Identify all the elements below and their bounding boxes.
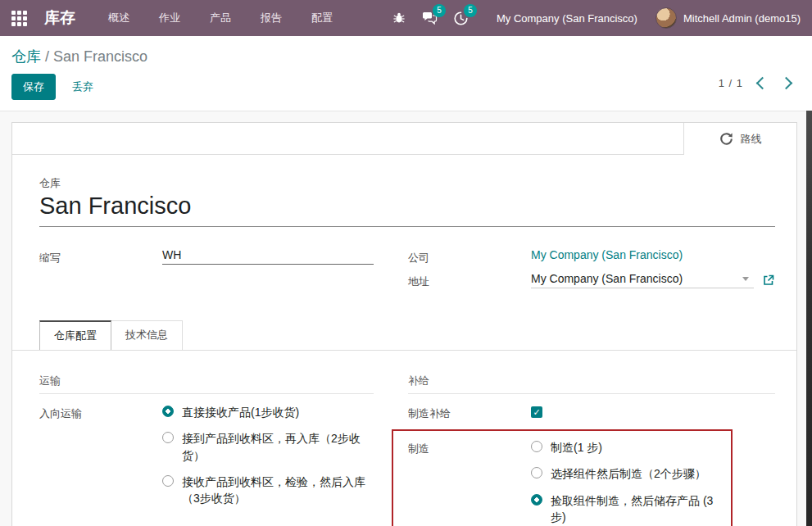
company-link[interactable]: My Company (San Francisco) [531,248,775,261]
tab-technical-information[interactable]: 技术信息 [111,320,183,350]
activities-badge: 5 [464,4,477,17]
form-buttons: 保存 丢弃 [11,74,102,100]
warehouse-name-input[interactable]: San Francisco [39,191,775,227]
manufacture-resupply-checkbox[interactable]: ✓ [531,406,542,418]
top-navbar: 库存 概述 作业 产品 报告 配置 [0,0,812,36]
manufacture-resupply-control: ✓ [531,404,775,418]
radio-icon [162,475,174,487]
pager-next-icon[interactable] [780,77,793,90]
shipments-group: 运输 入向运输 直接接收产品(1步收货) 接到产品到收料区，再入 [39,374,374,526]
discard-button[interactable]: 丢弃 [64,75,102,99]
option-label: 直接接收产品(1步收货) [182,404,299,420]
incoming-shipments-row: 入向运输 直接接收产品(1步收货) 接到产品到收料区，再入库（2步收货） [39,404,374,516]
pager: 1 / 1 [719,77,791,89]
dropdown-caret-icon[interactable] [742,277,749,281]
address-field: My Company (San Francisco) [531,272,775,288]
company-row: 公司 My Company (San Francisco) [408,248,775,265]
menu-operations[interactable]: 作业 [147,0,192,36]
address-row: 地址 My Company (San Francisco) [408,272,775,289]
menu-configuration[interactable]: 配置 [300,0,344,36]
top-fields: 缩写 WH 公司 My Company (San Francisco) 地址 [39,248,773,296]
company-label: 公司 [408,248,531,265]
manufacture-option-1[interactable]: 制造(1 步) [531,439,731,456]
radio-icon [531,494,542,506]
user-menu[interactable]: Mitchell Admin (demo15) [655,7,801,29]
pager-count: 1 / 1 [719,77,743,89]
warehouse-field-label: 仓库 [39,176,773,191]
breadcrumb-current: San Francisco [53,48,147,65]
option-label: 接到产品到收料区，再入库（2步收货） [182,430,374,464]
manufacture-option-2[interactable]: 选择组件然后制造（2个步骤） [531,465,731,482]
tab-warehouse-configuration[interactable]: 仓库配置 [39,320,111,350]
incoming-options: 直接接收产品(1步收货) 接到产品到收料区，再入库（2步收货） 接收产品到收料区… [162,404,374,516]
manufacture-option-3[interactable]: 捡取组件制造，然后储存产品 (3 步) [531,492,731,526]
control-panel: 仓库 / San Francisco 保存 丢弃 1 / 1 [0,36,812,111]
option-label: 接收产品到收料区，检验，然后入库（3步收货） [182,474,374,507]
manufacture-highlight-box: 制造 制造(1 步) 选择组件然后制造（2个步骤） [392,429,733,526]
save-button[interactable]: 保存 [11,74,56,100]
systray: 5 5 My Company (San Francisco) Mitchell … [385,0,812,36]
radio-icon [531,441,542,452]
short-name-input[interactable]: WH [162,248,374,265]
breadcrumb-parent-link[interactable]: 仓库 [11,48,41,65]
address-input[interactable]: My Company (San Francisco) [531,272,754,288]
messages-menu[interactable]: 5 [416,0,444,36]
option-label: 制造(1 步) [551,439,602,456]
incoming-option-3[interactable]: 接收产品到收料区，检验，然后入库（3步收货） [162,474,374,507]
option-label: 选择组件然后制造（2个步骤） [551,465,706,482]
manufacture-label: 制造 [408,439,531,456]
routes-button[interactable]: 路线 [683,123,796,155]
sheet-body: 仓库 San Francisco 缩写 WH 公司 My Company (Sa… [12,155,796,526]
apps-menu-icon[interactable] [0,0,38,36]
bug-icon [392,11,406,25]
incoming-option-2[interactable]: 接到产品到收料区，再入库（2步收货） [162,430,374,464]
manufacture-resupply-label: 制造补给 [408,404,531,421]
activities-menu[interactable]: 5 [447,0,475,36]
radio-icon [162,406,174,417]
messages-badge: 5 [433,4,446,17]
incoming-shipments-label: 入向运输 [39,404,162,421]
manufacture-options: 制造(1 步) 选择组件然后制造（2个步骤） 捡取组件制造，然后储存产品 (3 … [531,439,731,526]
warehouse-form-sheet: 路线 仓库 San Francisco 缩写 WH 公司 [11,122,797,526]
menu-overview[interactable]: 概述 [97,0,141,36]
menu-products[interactable]: 产品 [198,0,243,36]
short-name-label: 缩写 [39,248,162,265]
screen-edge-artifact [806,111,812,526]
shipments-group-title: 运输 [39,374,374,394]
company-switcher[interactable]: My Company (San Francisco) [479,12,652,25]
address-label: 地址 [408,272,531,289]
left-field-column: 缩写 WH [39,248,374,296]
screen: 库存 概述 作业 产品 报告 配置 [0,0,812,526]
button-box: 路线 [12,123,796,155]
resupply-group: 补给 制造补给 ✓ 制造 [408,374,775,526]
radio-icon [531,467,542,478]
short-name-row: 缩写 WH [39,248,374,265]
option-label: 捡取组件制造，然后储存产品 (3 步) [551,492,731,526]
breadcrumb-separator: / [45,48,49,65]
address-value: My Company (San Francisco) [531,272,737,285]
app-name[interactable]: 库存 [44,7,75,29]
grid-icon [11,11,27,26]
warehouse-configuration-page: 运输 入向运输 直接接收产品(1步收货) 接到产品到收料区，再入 [39,351,773,526]
main-menu: 概述 作业 产品 报告 配置 [97,0,344,36]
pager-previous-icon[interactable] [756,77,769,90]
avatar [655,7,677,29]
debug-bug-icon[interactable] [385,0,413,36]
right-field-column: 公司 My Company (San Francisco) 地址 My Comp… [408,248,775,296]
manufacture-row: 制造 制造(1 步) 选择组件然后制造（2个步骤） [408,439,731,526]
form-view-background: 路线 仓库 San Francisco 缩写 WH 公司 [0,111,812,526]
user-name: Mitchell Admin (demo15) [683,12,801,25]
menu-reporting[interactable]: 报告 [249,0,293,36]
resupply-group-title: 补给 [408,374,775,394]
external-link-icon[interactable] [762,274,775,287]
refresh-icon [719,132,733,146]
incoming-option-1[interactable]: 直接接收产品(1步收货) [162,404,374,420]
radio-icon [162,432,174,443]
manufacture-resupply-row: 制造补给 ✓ [408,404,775,421]
notebook-tabs: 仓库配置 技术信息 [39,320,773,350]
breadcrumb: 仓库 / San Francisco [11,47,147,66]
routes-button-label: 路线 [741,132,762,147]
